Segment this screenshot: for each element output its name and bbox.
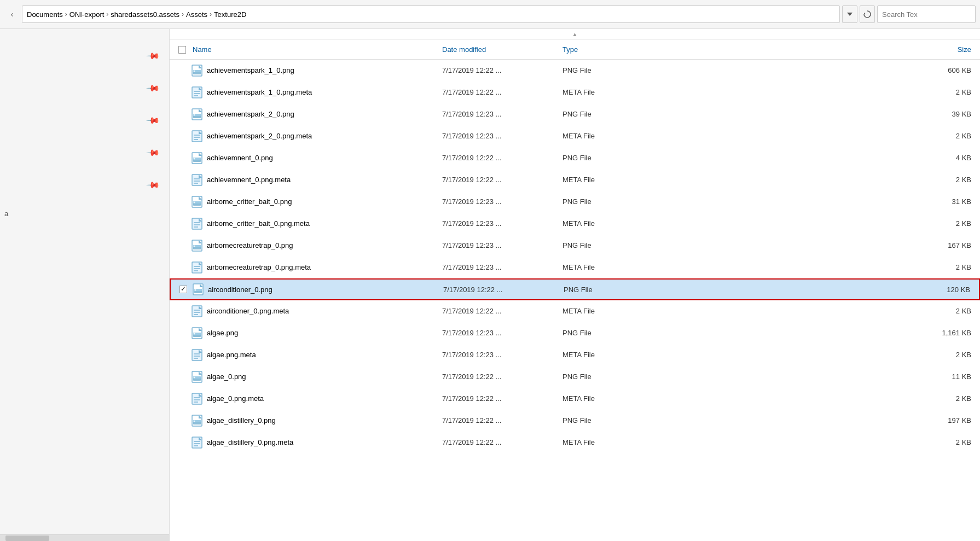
row-filename: airconditioner_0.png [208, 286, 443, 294]
row-checkbox[interactable] [178, 89, 186, 96]
pin-icon-5[interactable]: 📌 [146, 178, 161, 193]
column-header-type[interactable]: Type [563, 45, 661, 54]
column-header-row: Name Date modified Type Size [170, 40, 980, 60]
row-filename: achievemnent_0.png [207, 154, 442, 162]
row-file-type: META File [563, 219, 661, 228]
svg-rect-6 [192, 87, 202, 98]
table-row[interactable]: algae_distillery_0.png.meta7/17/2019 12:… [170, 432, 980, 453]
row-checkbox[interactable] [178, 264, 186, 271]
row-checkbox[interactable] [178, 329, 186, 337]
row-checkbox[interactable] [178, 154, 186, 162]
table-row[interactable]: airborne_critter_bait_0.png.meta7/17/201… [170, 213, 980, 235]
table-row[interactable]: algae_distillery_0.png7/17/2019 12:22 ..… [170, 410, 980, 432]
row-checkbox[interactable] [178, 220, 186, 228]
row-file-type: META File [563, 438, 661, 446]
row-date-modified: 7/17/2019 12:23 ... [442, 110, 563, 118]
row-checkbox[interactable] [178, 110, 186, 118]
row-date-modified: 7/17/2019 12:22 ... [442, 394, 563, 403]
select-all-checkbox[interactable] [178, 46, 186, 54]
row-checkbox[interactable] [178, 242, 186, 249]
table-row[interactable]: airconditioner_0.png.meta7/17/2019 12:22… [170, 300, 980, 322]
row-checkbox[interactable] [178, 67, 186, 74]
row-file-type: PNG File [563, 66, 661, 74]
row-checkbox[interactable] [178, 351, 186, 359]
table-row[interactable]: achievementspark_1_0.png.meta7/17/2019 1… [170, 82, 980, 103]
pin-icon-1[interactable]: 📌 [146, 49, 161, 64]
sidebar-scrollbar-thumb[interactable] [5, 536, 49, 541]
row-file-type: PNG File [563, 110, 661, 118]
back-button[interactable]: ‹ [4, 5, 20, 23]
table-row[interactable]: achievemnent_0.png.meta7/17/2019 12:22 .… [170, 169, 980, 191]
row-date-modified: 7/17/2019 12:22 ... [442, 307, 563, 315]
row-date-modified: 7/17/2019 12:22 ... [442, 438, 563, 446]
svg-point-45 [194, 245, 195, 247]
file-rows-container: achievementspark_1_0.png7/17/2019 12:22 … [170, 60, 980, 541]
breadcrumb-item-oni-export[interactable]: ONI-export [69, 10, 105, 19]
row-file-size: 2 KB [661, 351, 980, 359]
png-file-icon [190, 239, 204, 252]
row-file-type: PNG File [563, 241, 661, 249]
row-file-type: META File [563, 132, 661, 140]
row-date-modified: 7/17/2019 12:23 ... [442, 263, 563, 271]
table-row[interactable]: achievementspark_2_0.png7/17/2019 12:23 … [170, 103, 980, 125]
sidebar-content: 📌 📌 📌 📌 📌 a [0, 29, 169, 534]
row-checkbox[interactable] [178, 395, 186, 403]
svg-point-65 [194, 333, 195, 334]
column-header-size[interactable]: Size [661, 45, 980, 54]
row-filename: airconditioner_0.png.meta [207, 307, 442, 315]
row-checkbox[interactable] [178, 307, 186, 315]
sidebar-horizontal-scrollbar[interactable] [0, 534, 169, 541]
row-date-modified: 7/17/2019 12:22 ... [442, 66, 563, 74]
row-checkbox[interactable] [179, 286, 187, 293]
table-row[interactable]: algae.png.meta7/17/2019 12:23 ...META Fi… [170, 344, 980, 366]
sidebar: 📌 📌 📌 📌 📌 a [0, 29, 170, 541]
table-row[interactable]: algae_0.png7/17/2019 12:22 ...PNG File11… [170, 366, 980, 388]
breadcrumb-item-sharedassets[interactable]: sharedassets0.assets [111, 10, 179, 19]
row-filename: airbornecreaturetrap_0.png [207, 241, 442, 249]
header-checkbox-area[interactable] [174, 46, 190, 54]
row-file-size: 2 KB [661, 394, 980, 403]
row-filename: algae_distillery_0.png [207, 416, 442, 424]
row-file-size: 2 KB [661, 88, 980, 96]
search-input[interactable] [877, 5, 976, 23]
row-checkbox[interactable] [178, 132, 186, 140]
row-filename: achievementspark_1_0.png [207, 66, 442, 74]
table-row[interactable]: airbornecreaturetrap_0.png7/17/2019 12:2… [170, 235, 980, 257]
table-row[interactable]: airborne_critter_bait_0.png7/17/2019 12:… [170, 191, 980, 213]
column-header-name[interactable]: Name [190, 45, 442, 54]
row-checkbox[interactable] [178, 373, 186, 381]
table-row[interactable]: airbornecreaturetrap_0.png.meta7/17/2019… [170, 257, 980, 278]
pin-icon-3[interactable]: 📌 [146, 113, 161, 129]
row-file-size: 11 KB [661, 373, 980, 381]
row-checkbox[interactable] [178, 176, 186, 184]
table-row[interactable]: achievementspark_2_0.png.meta7/17/2019 1… [170, 125, 980, 147]
row-file-size: 606 KB [661, 66, 980, 74]
row-file-size: 2 KB [661, 176, 980, 184]
row-file-type: META File [563, 88, 661, 96]
table-row[interactable]: airconditioner_0.png7/17/2019 12:22 ...P… [170, 278, 980, 300]
svg-rect-36 [192, 218, 202, 229]
table-row[interactable]: achievementspark_1_0.png7/17/2019 12:22 … [170, 60, 980, 82]
column-header-date[interactable]: Date modified [442, 45, 563, 54]
breadcrumb-item-documents[interactable]: Documents [27, 10, 63, 19]
main-layout: 📌 📌 📌 📌 📌 a ▲ Name Date modified [0, 29, 980, 541]
pin-icon-2[interactable]: 📌 [146, 81, 161, 96]
png-file-icon [190, 327, 204, 340]
pin-icon-4[interactable]: 📌 [146, 146, 161, 161]
breadcrumb-dropdown-button[interactable] [842, 5, 857, 23]
breadcrumb-item-assets[interactable]: Assets [186, 10, 207, 19]
row-checkbox[interactable] [178, 417, 186, 424]
row-checkbox[interactable] [178, 439, 186, 446]
svg-rect-66 [192, 350, 202, 360]
table-row[interactable]: achievemnent_0.png7/17/2019 12:22 ...PNG… [170, 147, 980, 169]
row-date-modified: 7/17/2019 12:23 ... [442, 197, 563, 206]
row-file-type: META File [563, 263, 661, 271]
row-checkbox[interactable] [178, 198, 186, 206]
row-date-modified: 7/17/2019 12:22 ... [442, 416, 563, 424]
table-row[interactable]: algae_0.png.meta7/17/2019 12:22 ...META … [170, 388, 980, 410]
row-file-type: PNG File [563, 197, 661, 206]
table-row[interactable]: algae.png7/17/2019 12:23 ...PNG File1,16… [170, 322, 980, 344]
refresh-button[interactable] [860, 5, 875, 23]
meta-file-icon [190, 217, 204, 230]
breadcrumb-item-texture2d[interactable]: Texture2D [214, 10, 246, 19]
